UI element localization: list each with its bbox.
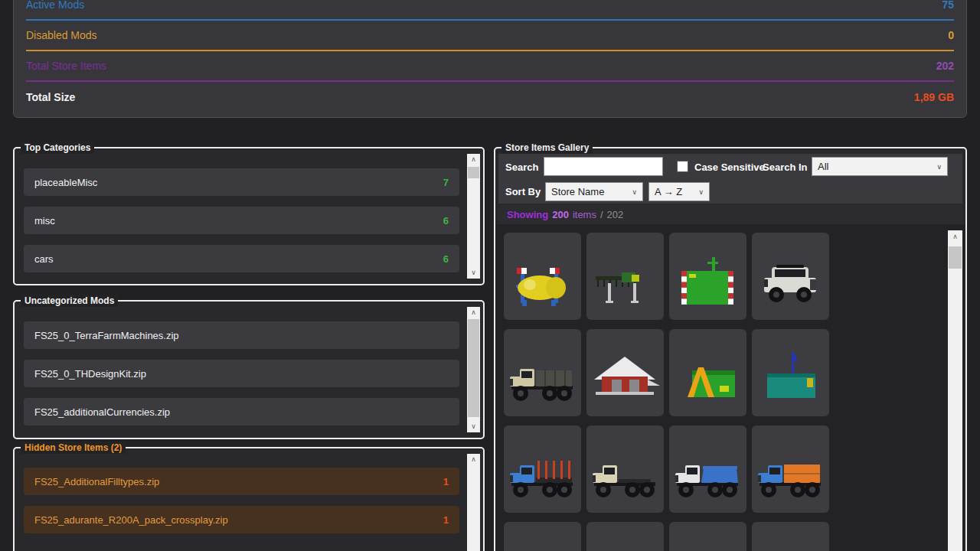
store-item-tile[interactable] bbox=[752, 522, 829, 551]
list-item[interactable]: FS25_0_TerraFarmMachines.zip bbox=[24, 321, 459, 349]
showing-label: Showing bbox=[507, 209, 548, 220]
search-in-select[interactable]: All ∨ bbox=[812, 157, 948, 176]
stat-value: 0 bbox=[948, 29, 954, 41]
sort-direction-value: A → Z bbox=[655, 186, 682, 197]
showing-unit: items bbox=[573, 209, 596, 220]
list-item-count: 1 bbox=[443, 476, 449, 487]
suv-thumbnail-icon bbox=[752, 233, 829, 320]
showing-total: 202 bbox=[607, 209, 624, 220]
store-item-tile[interactable] bbox=[752, 329, 829, 416]
list-item[interactable]: placeableMisc7 bbox=[24, 168, 459, 196]
list-item[interactable]: misc6 bbox=[24, 207, 459, 234]
scroll-up-button[interactable]: ∧ bbox=[467, 307, 480, 318]
chevron-up-icon: ∧ bbox=[952, 233, 958, 240]
stat-label: Total Size bbox=[26, 91, 75, 103]
scroll-up-button[interactable]: ∧ bbox=[467, 454, 480, 465]
list-item-name: FS25_AdditionalFilltypes.zip bbox=[34, 476, 159, 487]
store-item-tile[interactable] bbox=[752, 425, 829, 513]
list-item-name: misc bbox=[34, 215, 55, 227]
list-item-name: cars bbox=[34, 253, 54, 265]
scroll-up-button[interactable]: ∧ bbox=[467, 154, 480, 165]
store-item-tile[interactable] bbox=[504, 233, 581, 320]
list-item[interactable]: FS25_AdditionalFilltypes.zip1 bbox=[24, 468, 459, 495]
sort-direction-select[interactable]: A → Z ∨ bbox=[648, 182, 710, 201]
uncategorized-list: FS25_0_TerraFarmMachines.zipFS25_0_THDes… bbox=[24, 321, 459, 436]
group-hidden-store-items: Hidden Store Items (2) FS25_AdditionalFi… bbox=[13, 447, 485, 551]
list-item-count: 6 bbox=[443, 253, 449, 265]
stat-row: Active Mods75 bbox=[26, 0, 954, 21]
stat-label: Active Mods bbox=[26, 0, 84, 11]
showing-count: 200 bbox=[552, 209, 569, 220]
scroll-down-button[interactable]: ∨ bbox=[467, 267, 480, 279]
store-item-tile[interactable] bbox=[586, 233, 664, 320]
chevron-down-icon: ∨ bbox=[471, 423, 476, 430]
list-item[interactable]: FS25_adurante_R200A_pack_crossplay.zip1 bbox=[24, 506, 459, 533]
chevron-up-icon: ∧ bbox=[471, 309, 476, 316]
list-item[interactable]: FS25_0_THDesignKit.zip bbox=[24, 360, 459, 387]
scrollbar-thumb[interactable] bbox=[468, 167, 479, 178]
scrollbar-thumb[interactable] bbox=[468, 319, 479, 417]
stat-row: Total Size1,89 GB bbox=[26, 82, 954, 112]
chevron-down-icon: ∨ bbox=[471, 269, 476, 276]
list-item-name: FS25_0_TerraFarmMachines.zip bbox=[34, 330, 179, 341]
stats-panel: Active Mods75Disabled Mods0Total Store I… bbox=[13, 0, 967, 118]
stat-value: 1,89 GB bbox=[914, 91, 954, 103]
scrollbar-thumb[interactable] bbox=[949, 246, 962, 269]
truck-thumbnail-icon bbox=[669, 425, 746, 513]
sort-by-value: Store Name bbox=[551, 186, 604, 197]
scroll-up-button[interactable]: ∧ bbox=[948, 230, 962, 243]
list-item-name: FS25_adurante_R200A_pack_crossplay.zip bbox=[34, 514, 228, 526]
list-item-count: 6 bbox=[443, 215, 449, 227]
truck-thumbnail-icon bbox=[504, 329, 581, 416]
truck-thumbnail-icon bbox=[752, 425, 829, 513]
store-item-tile[interactable] bbox=[669, 329, 746, 416]
store-item-tile[interactable] bbox=[586, 329, 664, 416]
gallery-grid bbox=[504, 233, 829, 551]
top-categories-list: placeableMisc7misc6cars6 bbox=[24, 168, 459, 283]
list-item-name: FS25_0_THDesignKit.zip bbox=[34, 368, 146, 380]
stat-label: Total Store Items bbox=[26, 60, 106, 72]
store-item-tile[interactable] bbox=[669, 233, 746, 320]
scroll-down-button[interactable]: ∨ bbox=[467, 421, 480, 432]
gallery-scrollbar[interactable]: ∧ bbox=[948, 230, 962, 551]
search-in-label: Search In bbox=[763, 161, 808, 173]
store-item-tile[interactable] bbox=[504, 522, 581, 551]
group-title-top-categories: Top Categories bbox=[21, 142, 94, 154]
uncategorized-scrollbar[interactable]: ∧ ∨ bbox=[467, 307, 480, 432]
top-categories-scrollbar[interactable]: ∧ ∨ bbox=[467, 154, 480, 279]
chevron-up-icon: ∧ bbox=[471, 456, 476, 463]
list-item[interactable]: cars6 bbox=[24, 245, 459, 272]
empty-thumbnail-icon bbox=[504, 522, 581, 551]
hidden-scrollbar[interactable]: ∧ bbox=[467, 454, 480, 551]
chevron-down-icon: ∨ bbox=[632, 188, 637, 196]
case-sensitive-checkbox[interactable] bbox=[677, 161, 688, 172]
stat-label: Disabled Mods bbox=[26, 29, 97, 41]
store-item-tile[interactable] bbox=[586, 522, 664, 551]
store-item-tile[interactable] bbox=[669, 522, 746, 551]
container-aframe-thumbnail-icon bbox=[669, 329, 746, 416]
group-title-hidden-store-items: Hidden Store Items (2) bbox=[21, 442, 126, 454]
list-item-count: 1 bbox=[443, 514, 449, 526]
hidden-list: FS25_AdditionalFilltypes.zip1FS25_aduran… bbox=[24, 468, 459, 544]
store-item-tile[interactable] bbox=[752, 233, 829, 320]
store-item-tile[interactable] bbox=[669, 425, 746, 513]
store-item-tile[interactable] bbox=[504, 425, 581, 513]
chevron-down-icon: ∨ bbox=[936, 163, 942, 171]
group-top-categories: Top Categories placeableMisc7misc6cars6 … bbox=[13, 147, 485, 285]
empty-thumbnail-icon bbox=[669, 522, 746, 551]
search-label: Search bbox=[505, 161, 538, 173]
search-input[interactable] bbox=[544, 157, 663, 176]
sort-by-select[interactable]: Store Name ∨ bbox=[545, 182, 643, 201]
list-item-name: FS25_additionalCurrencies.zip bbox=[34, 406, 170, 418]
list-item-count: 7 bbox=[443, 177, 449, 188]
group-uncategorized-mods: Uncategorized Mods FS25_0_TerraFarmMachi… bbox=[13, 300, 485, 439]
search-in-value: All bbox=[818, 161, 828, 172]
group-title-uncategorized-mods: Uncategorized Mods bbox=[21, 295, 118, 307]
stripe-panel-thumbnail-icon bbox=[669, 233, 746, 320]
empty-thumbnail-icon bbox=[752, 522, 829, 551]
cultivator-thumbnail-icon bbox=[586, 233, 664, 320]
chevron-up-icon: ∧ bbox=[471, 156, 476, 163]
store-item-tile[interactable] bbox=[504, 329, 581, 416]
list-item[interactable]: FS25_additionalCurrencies.zip bbox=[24, 398, 459, 425]
store-item-tile[interactable] bbox=[586, 425, 664, 513]
